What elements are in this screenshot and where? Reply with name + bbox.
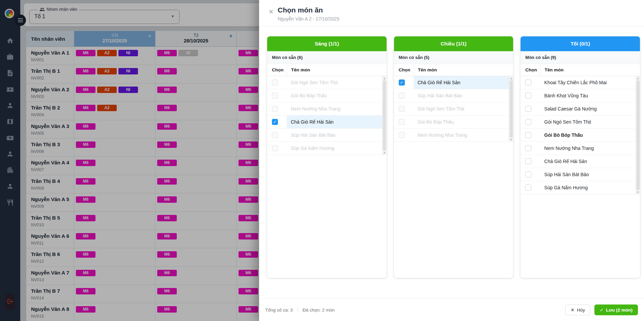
modal-title: Chọn món ăn [278, 6, 323, 14]
dish-checkbox[interactable] [272, 145, 278, 151]
scrollbar[interactable]: ▲▼ [509, 76, 513, 142]
dish-checkbox-cell [394, 102, 414, 115]
dish-row[interactable]: Súp Hải Sản Bát Bảo [394, 89, 513, 102]
dish-name: Chả Giò Rế Hải Sản [287, 116, 382, 128]
scroll-down-icon[interactable]: ▼ [383, 151, 386, 154]
modal-header: ✕ Chọn món ăn Nguyễn Văn A 2 - 27/10/202… [259, 0, 644, 26]
dish-checkbox[interactable] [525, 106, 531, 112]
dish-row[interactable]: Khoai Tây Chiên Lắc Phô Mai [521, 76, 640, 89]
dish-checkbox-cell [267, 89, 287, 102]
dish-row[interactable]: Bánh Khọt Vũng Tàu [521, 89, 640, 102]
save-button[interactable]: ✓Lưu (2 món) [594, 304, 638, 315]
app: Nhóm nhân viên Tổ 1 ▼ Tên nhân viên CN27… [0, 0, 644, 321]
dish-checkbox[interactable] [399, 106, 405, 112]
dish-row[interactable]: Gỏi Bò Bóp Thấu [267, 89, 387, 102]
meal-columns: Sáng (1/1)Món có sẵn (6)ChọnTên mónGỏi N… [259, 36, 644, 278]
meal-column: Chiều (1/1)Món có sẵn (5)ChọnTên mónChả … [394, 36, 513, 278]
dish-name: Khoai Tây Chiên Lắc Phô Mai [540, 76, 636, 89]
scrollbar-thumb[interactable] [383, 81, 386, 151]
dish-name-column-header: Tên món [287, 64, 387, 76]
scrollbar[interactable]: ▲▼ [382, 76, 387, 155]
dish-row[interactable]: Nem Nướng Nha Trang [394, 129, 513, 142]
cancel-label: Hủy [577, 308, 585, 313]
scrollbar-thumb[interactable] [510, 81, 513, 137]
scroll-up-icon[interactable]: ▲ [637, 77, 639, 80]
dish-checkbox[interactable] [399, 132, 405, 138]
scrollbar-thumb[interactable] [637, 81, 640, 190]
scroll-down-icon[interactable]: ▼ [637, 191, 639, 194]
dish-row[interactable]: Súp Gà Nấm Hương [521, 181, 640, 194]
dish-checkbox[interactable] [525, 171, 531, 178]
scroll-up-icon[interactable]: ▲ [383, 77, 386, 80]
dish-row[interactable]: Gỏi Ngó Sen Tôm Thịt [267, 76, 387, 89]
footer-buttons: ✕Hủy ✓Lưu (2 món) [565, 304, 638, 315]
dish-checkbox[interactable] [399, 93, 405, 99]
meal-column-header: Tối (0/1) [521, 36, 640, 51]
dish-name: Súp Hải Sản Bát Bảo [540, 168, 636, 181]
dish-row[interactable]: Gỏi Bò Bóp Thấu [521, 129, 640, 142]
cancel-x-icon: ✕ [571, 307, 575, 313]
select-column-header: Chọn [521, 67, 540, 72]
dish-checkbox[interactable] [399, 79, 405, 86]
cancel-button[interactable]: ✕Hủy [565, 304, 590, 315]
dish-row[interactable]: Nem Nướng Nha Trang [267, 102, 387, 116]
dish-list-header: ChọnTên món [267, 64, 387, 76]
select-column-header: Chọn [267, 67, 287, 72]
dish-checkbox-cell [267, 76, 287, 89]
dish-checkbox[interactable] [272, 119, 278, 125]
dish-checkbox[interactable] [525, 145, 531, 151]
footer-divider [298, 308, 298, 313]
dish-name: Súp Hải Sản Bát Bảo [414, 89, 509, 102]
dish-row[interactable]: Gỏi Bò Bóp Thấu [394, 116, 513, 129]
dish-checkbox-cell [267, 129, 287, 141]
dish-checkbox-cell [521, 181, 540, 194]
dish-checkbox[interactable] [525, 132, 531, 138]
total-shifts-text: Tổng số ca: 3 [265, 308, 293, 313]
dish-row[interactable]: Chả Giò Rế Hải Sản [267, 116, 387, 129]
select-column-header: Chọn [394, 67, 414, 72]
dish-name-column-header: Tên món [414, 64, 513, 76]
dish-checkbox-cell [521, 76, 540, 89]
dish-checkbox[interactable] [272, 106, 278, 112]
meal-column-empty-area [521, 194, 640, 278]
dish-row[interactable]: Gỏi Ngó Sen Tôm Thịt [394, 102, 513, 116]
close-icon[interactable]: ✕ [269, 8, 274, 15]
dish-row[interactable]: Súp Hải Sản Bát Bảo [521, 168, 640, 181]
dish-checkbox-cell [521, 168, 540, 181]
meal-column: Sáng (1/1)Món có sẵn (6)ChọnTên mónGỏi N… [267, 36, 387, 278]
dish-name: Súp Gà Nấm Hương [287, 142, 382, 155]
dish-list: Khoai Tây Chiên Lắc Phô MaiBánh Khọt Vũn… [521, 76, 640, 194]
meal-column: Tối (0/1)Món có sẵn (9)ChọnTên mónKhoai … [521, 36, 640, 278]
dish-row[interactable]: Salad Caesar Gà Nướng [521, 102, 640, 116]
dish-row[interactable]: Súp Gà Nấm Hương [267, 142, 387, 155]
dish-checkbox[interactable] [525, 185, 531, 191]
dish-row[interactable]: Chả Giò Rế Hải Sản [394, 76, 513, 89]
dish-name: Súp Gà Nấm Hương [540, 181, 636, 194]
dish-row[interactable]: Nem Nướng Nha Trang [521, 142, 640, 155]
dish-checkbox[interactable] [272, 93, 278, 99]
dish-row[interactable]: Chả Giò Rế Hải Sản [521, 155, 640, 168]
dish-checkbox[interactable] [272, 79, 278, 86]
dish-checkbox-cell [521, 129, 540, 141]
dish-list: Chả Giò Rế Hải SảnSúp Hải Sản Bát BảoGỏi… [394, 76, 513, 142]
dish-checkbox-cell [394, 116, 414, 128]
dish-row[interactable]: Gỏi Ngó Sen Tôm Thịt [521, 116, 640, 129]
dish-checkbox[interactable] [525, 158, 531, 164]
scroll-down-icon[interactable]: ▼ [510, 138, 512, 141]
scroll-up-icon[interactable]: ▲ [510, 77, 512, 80]
dish-name: Gỏi Ngó Sen Tôm Thịt [414, 102, 509, 115]
modal-subtitle: Nguyễn Văn A 2 - 27/10/2025 [278, 16, 339, 22]
dish-row[interactable]: Súp Hải Sản Bát Bảo [267, 129, 387, 142]
dish-checkbox[interactable] [399, 119, 405, 125]
available-count: Món có sẵn (6) [267, 51, 387, 64]
dish-checkbox-cell [267, 142, 287, 155]
meal-column-header: Chiều (1/1) [394, 36, 513, 51]
dish-checkbox[interactable] [525, 79, 531, 86]
dish-name: Nem Nướng Nha Trang [540, 142, 636, 155]
scrollbar[interactable]: ▲▼ [636, 76, 640, 194]
meal-column-header: Sáng (1/1) [267, 36, 387, 51]
dish-checkbox[interactable] [525, 93, 531, 99]
dish-name: Gỏi Ngó Sen Tôm Thịt [540, 116, 636, 128]
dish-checkbox[interactable] [525, 119, 531, 125]
dish-checkbox[interactable] [272, 132, 278, 138]
